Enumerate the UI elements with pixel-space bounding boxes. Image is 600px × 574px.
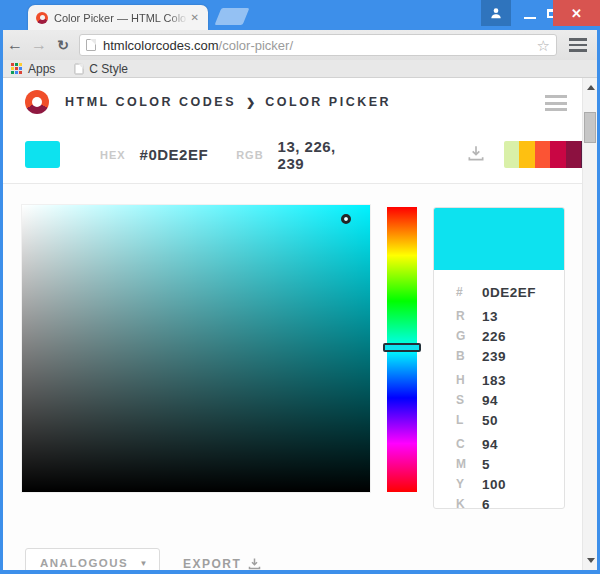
value-row-g[interactable]: G226 (456, 326, 564, 346)
bookmark-item[interactable]: C Style (69, 62, 128, 76)
url-domain: htmlcolorcodes.com (103, 38, 219, 53)
site-logo-icon[interactable] (25, 90, 49, 114)
export-button[interactable]: EXPORT (183, 556, 262, 570)
color-scheme-select[interactable]: ANALOGOUS ▼ (25, 548, 160, 570)
value-row-k[interactable]: K6 (456, 494, 564, 514)
download-palette-button[interactable] (466, 143, 486, 167)
scheme-select-value: ANALOGOUS (40, 557, 128, 569)
scrollbar-thumb[interactable] (584, 112, 596, 143)
apps-shortcut[interactable]: Apps (28, 62, 55, 76)
site-favicon-icon (36, 12, 48, 24)
saturation-lightness-area[interactable] (22, 205, 370, 492)
new-tab-button[interactable] (215, 8, 250, 25)
close-window-button[interactable]: ✕ (553, 0, 600, 26)
page-icon (86, 39, 96, 51)
value-row-h[interactable]: H183 (456, 370, 564, 390)
value-row-b[interactable]: B239 (456, 346, 564, 366)
person-icon (489, 6, 503, 20)
refresh-button[interactable]: ↻ (51, 37, 75, 53)
breadcrumb-chevron-icon: ❯ (246, 96, 255, 109)
value-row-r[interactable]: R13 (456, 306, 564, 326)
hue-slider[interactable] (387, 207, 417, 492)
export-label: EXPORT (183, 557, 241, 571)
title-bar: Color Picker — HTML Colo ✕ ✕ (0, 0, 600, 30)
palette-swatch[interactable] (535, 141, 551, 168)
palette-swatch[interactable] (566, 141, 582, 168)
value-row-hex[interactable]: #0DE2EF (456, 282, 564, 302)
scroll-down-arrow-icon[interactable] (587, 558, 595, 563)
window-frame-bottom (0, 570, 600, 574)
minimize-button[interactable] (518, 0, 542, 26)
forward-button[interactable]: → (27, 36, 51, 54)
export-download-icon (247, 556, 262, 570)
value-row-m[interactable]: M5 (456, 454, 564, 474)
rgb-label: RGB (236, 149, 263, 161)
site-menu-button[interactable] (545, 95, 567, 111)
profile-button[interactable] (481, 0, 511, 26)
window-frame-left (0, 30, 3, 574)
page-scrollbar[interactable] (582, 78, 597, 570)
value-row-y[interactable]: Y100 (456, 474, 564, 494)
bookmark-page-icon (75, 63, 84, 74)
download-icon (466, 143, 486, 163)
minimize-icon (524, 17, 536, 19)
url-text[interactable]: htmlcolorcodes.com/color-picker/ (103, 38, 293, 53)
color-info-bar: HEX #0DE2EF RGB 13, 226, 239 (3, 126, 597, 184)
browser-window: Color Picker — HTML Colo ✕ ✕ ← → ↻ htmlc… (0, 0, 600, 574)
apps-grid-icon (11, 63, 22, 74)
site-brand[interactable]: HTML COLOR CODES (65, 95, 236, 109)
back-button[interactable]: ← (3, 36, 27, 54)
palette-swatch[interactable] (519, 141, 535, 168)
hex-label: HEX (100, 149, 126, 161)
value-row-l[interactable]: L50 (456, 410, 564, 430)
tab-title: Color Picker — HTML Colo (54, 12, 188, 24)
site-header: HTML COLOR CODES ❯ COLOR PICKER (3, 78, 597, 126)
browser-tab[interactable]: Color Picker — HTML Colo ✕ (28, 5, 208, 30)
color-picker-handle[interactable] (341, 214, 351, 224)
value-row-c[interactable]: C94 (456, 434, 564, 454)
bookmarks-bar: Apps C Style (3, 60, 597, 78)
hue-slider-handle[interactable] (383, 343, 421, 352)
palette-swatch[interactable] (504, 141, 520, 168)
browser-toolbar: ← → ↻ htmlcolorcodes.com/color-picker/ ☆ (3, 30, 597, 60)
chrome-menu-button[interactable] (565, 38, 591, 52)
scroll-up-arrow-icon[interactable] (587, 85, 595, 90)
address-bar[interactable]: htmlcolorcodes.com/color-picker/ ☆ (79, 34, 557, 56)
color-values-panel: #0DE2EF R13 G226 B239 H183 S94 L50 C94 M… (433, 207, 565, 509)
bookmark-star-icon[interactable]: ☆ (537, 38, 550, 53)
breadcrumb-page-title: COLOR PICKER (265, 95, 391, 109)
url-path: /color-picker/ (219, 38, 293, 53)
page-viewport: HTML COLOR CODES ❯ COLOR PICKER HEX #0DE… (3, 78, 597, 570)
rgb-value[interactable]: 13, 226, 239 (278, 138, 346, 172)
chevron-down-icon: ▼ (140, 559, 149, 568)
value-row-s[interactable]: S94 (456, 390, 564, 410)
preview-swatch (434, 208, 564, 270)
tab-close-icon[interactable]: ✕ (188, 10, 202, 25)
hex-value[interactable]: #0DE2EF (140, 146, 209, 163)
palette-swatch[interactable] (550, 141, 566, 168)
bookmark-label: C Style (89, 62, 128, 76)
current-color-swatch (25, 141, 60, 168)
